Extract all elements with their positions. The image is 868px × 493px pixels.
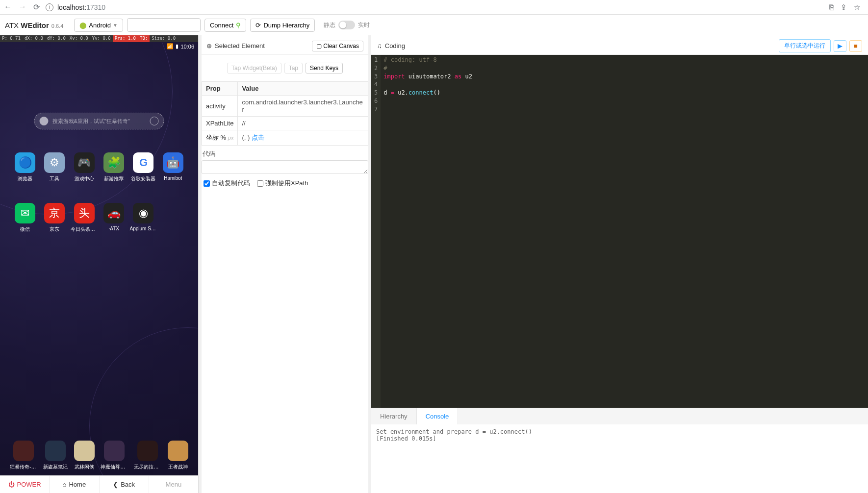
app-icon[interactable]: 🧩新游推荐 [100,152,128,182]
power-icon: ⏻ [8,481,15,488]
site-info-icon[interactable]: i [46,3,53,11]
home-button[interactable]: ⌂Home [50,476,99,493]
app-icon[interactable]: 京京东 [40,203,69,233]
app-icon[interactable]: ◉Appium Settings [129,203,157,233]
device-address-input[interactable] [127,18,201,32]
element-panel: ⊕Selected Element ▢ Clear Canvas Tap Wid… [202,35,368,493]
table-row: activitycom.android.launcher3.launcher3.… [202,96,368,117]
brand: ATX WEditor 0.6.4 [5,21,63,29]
app-icon[interactable]: G谷歌安装器 [129,152,157,182]
app-icon[interactable]: 头今日头条极速... [70,203,99,233]
tap-button: Tap [284,63,303,74]
clear-canvas-button[interactable]: ▢ Clear Canvas [312,41,363,51]
app-icon[interactable]: 武林闲侠 [74,441,95,470]
code-snippet-area[interactable] [202,160,368,174]
th-value: Value [238,82,368,96]
dump-hierarchy-button[interactable]: ⟳ Dump Hierarchy [250,19,315,32]
nav-forward-icon[interactable]: → [19,2,26,12]
code-label: 代码 [202,146,368,160]
coding-panel: ♫Coding 单行或选中运行 ▶ ■ 1234567 # coding: ut… [371,35,868,493]
clear-icon: ▢ [316,43,322,49]
bookmark-icon[interactable]: ☆ [854,3,860,12]
tab-console[interactable]: Console [417,408,459,424]
app-icon[interactable]: ⚙工具 [40,152,69,182]
power-button[interactable]: ⏻POWER [0,476,50,493]
tab-hierarchy[interactable]: Hierarchy [371,408,417,424]
app-icon[interactable]: 无尽的拉格朗... [134,441,161,470]
tap-widget-button: Tap Widget(Beta) [227,63,281,74]
coding-title: Coding [385,42,405,49]
search-icon [40,117,49,125]
run-all-button[interactable]: ▶ [834,40,846,52]
refresh-icon: ⟳ [255,22,261,29]
force-xpath-checkbox[interactable]: 强制使用XPath [257,179,308,188]
home-icon: ⌂ [63,481,67,488]
scan-icon [150,117,159,125]
share-icon[interactable]: ⇪ [841,3,847,12]
run-selection-button[interactable]: 单行或选中运行 [779,39,831,52]
connect-button[interactable]: Connect ⚲ [204,19,246,32]
app-icon[interactable]: 🚗·ATX [100,203,128,233]
app-icon[interactable]: 🎮游戏中心 [70,152,99,182]
app-icon[interactable]: 新盗墓笔记 [43,441,68,470]
console-output: Set environment and prepare d = u2.conne… [371,424,868,493]
app-icon[interactable]: 王者战神 [168,441,188,470]
android-icon: ⬤ [79,22,87,29]
app-icon[interactable]: 🤖Hamibot [159,152,187,182]
usb-icon: ⚲ [236,22,241,29]
table-row: 坐标 % px(, ) 点击 [202,130,368,146]
nav-back-icon[interactable]: ← [4,2,12,12]
app-icon[interactable]: 神魔仙尊（全... [101,441,128,470]
property-table: PropValue activitycom.android.launcher3.… [202,81,368,146]
device-nav-buttons: ⏻POWER ⌂Home ❮Back Menu [0,475,198,493]
phone-search-bar[interactable]: 搜索游戏&应用，试试"狂暴传奇" [34,113,164,129]
music-icon: ♫ [377,42,382,49]
auto-copy-checkbox[interactable]: 自动复制代码 [204,179,250,188]
nav-reload-icon[interactable]: ⟳ [33,2,40,12]
translate-icon[interactable]: ⎘ [829,3,834,12]
th-prop: Prop [202,82,238,96]
address-bar[interactable]: i localhost:17310 [46,3,823,11]
device-mirror-panel: P: 0.71dX: 0.0dY: 0.0Xv: 0.0Yv: 0.0Prs: … [0,35,199,493]
code-editor[interactable]: 1234567 # coding: utf-8 # import uiautom… [371,55,868,408]
live-toggle[interactable] [338,21,355,29]
selected-element-title: Selected Element [215,42,265,49]
target-icon: ⊕ [206,42,212,49]
browser-chrome: ← → ⟳ i localhost:17310 ⎘ ⇪ ☆ [0,0,868,15]
search-placeholder: 搜索游戏&应用，试试"狂暴传奇" [52,118,146,125]
app-icon[interactable]: ✉微信 [11,203,39,233]
mode-static-label: 静态 [324,21,335,29]
platform-select[interactable]: ⬤ Android ▼ [74,19,123,32]
phone-status-bar: 📶▮10:06 [167,43,194,49]
stop-button[interactable]: ■ [849,40,862,52]
back-button[interactable]: ❮Back [100,476,149,493]
click-link[interactable]: 点击 [252,134,264,141]
table-row: XPathLite// [202,117,368,130]
mode-live-label: 实时 [358,21,370,29]
touch-stats-bar: P: 0.71dX: 0.0dY: 0.0Xv: 0.0Yv: 0.0Prs: … [0,35,198,42]
app-icon[interactable]: 🔵浏览器 [11,152,39,182]
menu-button[interactable]: Menu [149,476,198,493]
chevron-down-icon: ▼ [113,23,118,28]
app-icon[interactable]: 狂暴传奇-铁... [10,441,37,470]
phone-screen[interactable]: 📶▮10:06 搜索游戏&应用，试试"狂暴传奇" 🔵浏览器⚙工具🎮游戏中心🧩新游… [0,42,198,475]
app-toolbar: ATX WEditor 0.6.4 ⬤ Android ▼ Connect ⚲ … [0,15,868,35]
send-keys-button[interactable]: Send Keys [306,63,343,74]
back-icon: ❮ [113,481,118,488]
